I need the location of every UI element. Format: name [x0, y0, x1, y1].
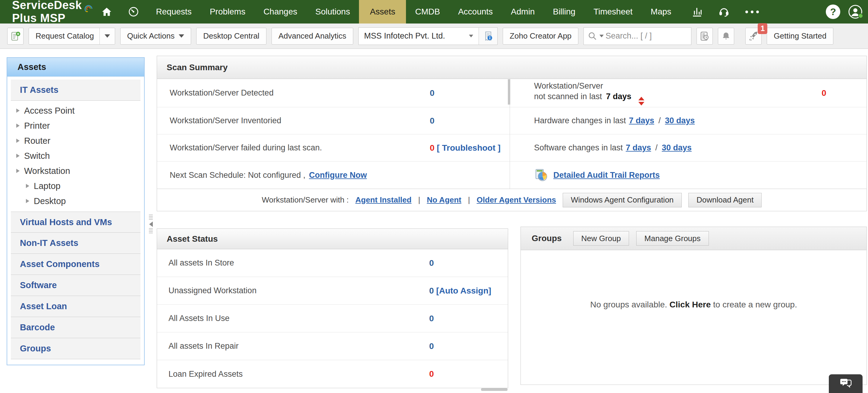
sidebar-item-software[interactable]: Software [11, 275, 141, 296]
expand-arrow-icon[interactable] [26, 199, 29, 203]
unassigned-count-link[interactable]: 0 [429, 286, 434, 295]
software-7days-link[interactable]: 7 days [626, 143, 651, 152]
zoho-creator-app-button[interactable]: Zoho Creator App [503, 28, 578, 44]
scan-summary-body: Workstation/Server Detected 0 Workstatio… [157, 79, 867, 189]
hardware-7days-link[interactable]: 7 days [629, 116, 654, 125]
expand-arrow-icon[interactable] [26, 184, 29, 188]
status-row-unassigned: Unassigned Workstation 0 [Auto Assign] [157, 277, 508, 305]
download-agent-button[interactable]: Download Agent [688, 193, 762, 207]
request-catalog-button[interactable]: Request Catalog [29, 28, 115, 44]
windows-agent-configuration-button[interactable]: Windows Agent Configuration [563, 193, 682, 207]
search-input[interactable] [606, 31, 672, 41]
agent-installed-link[interactable]: Agent Installed [355, 195, 411, 205]
detailed-audit-trail-link[interactable]: Detailed Audit Trail Reports [553, 171, 660, 180]
sidebar-item-access-point[interactable]: Access Point [11, 103, 141, 118]
sidebar-item-asset-loan[interactable]: Asset Loan [11, 296, 141, 317]
account-selector: MSS Infotech Pvt. Ltd. [358, 27, 498, 45]
not-scanned-count-link[interactable]: 0 [822, 88, 827, 98]
detected-count-link[interactable]: 0 [430, 88, 435, 98]
sidebar-item-asset-components[interactable]: Asset Components [11, 254, 141, 275]
asset-status-title: Asset Status [167, 234, 218, 244]
older-agent-versions-link[interactable]: Older Agent Versions [477, 195, 556, 205]
sidebar-item-barcode[interactable]: Barcode [11, 317, 141, 338]
scan-summary-header: Scan Summary [157, 56, 867, 79]
sidebar-item-virtual-hosts[interactable]: Virtual Hosts and VMs [11, 212, 141, 233]
nav-item-problems[interactable]: Problems [201, 0, 254, 24]
nav-item-maps[interactable]: Maps [642, 0, 680, 24]
manage-groups-button[interactable]: Manage Groups [636, 231, 709, 246]
reports-chart-icon-button[interactable] [683, 6, 710, 18]
agent-links-footer: Workstation/Server with : Agent Installe… [157, 189, 867, 211]
dashboard-gauge-icon-button[interactable] [120, 0, 147, 24]
failed-count-link[interactable]: 0 [430, 143, 435, 152]
period-stepper-icon[interactable] [638, 97, 644, 105]
sidebar-item-printer[interactable]: Printer [11, 118, 141, 133]
top-navigation: ServiceDesk Plus MSP Requests Problems C… [0, 0, 868, 24]
account-select-dropdown[interactable]: MSS Infotech Pvt. Ltd. [359, 28, 478, 44]
column-scrollbar-thumb[interactable] [508, 79, 510, 104]
nav-item-cmdb[interactable]: CMDB [406, 0, 449, 24]
help-icon: ? [830, 6, 836, 18]
new-group-button[interactable]: New Group [573, 231, 629, 246]
inventoried-count-link[interactable]: 0 [430, 116, 435, 126]
sidebar-collapse-handle[interactable] [148, 215, 153, 234]
click-here-link[interactable]: Click Here [670, 300, 711, 309]
nav-item-billing[interactable]: Billing [544, 0, 584, 24]
loan-expired-count-link[interactable]: 0 [429, 369, 434, 379]
quick-actions-button[interactable]: Quick Actions [120, 28, 191, 44]
live-chat-button[interactable] [829, 374, 863, 393]
account-info-icon [483, 30, 494, 42]
nav-item-assets[interactable]: Assets [359, 0, 406, 24]
nav-item-solutions[interactable]: Solutions [306, 0, 359, 24]
new-request-button[interactable] [7, 28, 24, 44]
home-icon-button[interactable] [93, 0, 120, 24]
in-repair-count-link[interactable]: 0 [429, 341, 434, 351]
configure-now-link[interactable]: Configure Now [309, 171, 367, 180]
auto-assign-link[interactable]: [Auto Assign] [436, 286, 491, 295]
no-agent-link[interactable]: No Agent [427, 195, 461, 205]
grip-stripes-icon [149, 228, 153, 234]
sidebar-item-laptop[interactable]: Laptop [11, 178, 141, 193]
expand-arrow-icon[interactable] [16, 109, 20, 113]
advanced-analytics-button[interactable]: Advanced Analytics [272, 28, 353, 44]
more-menu-button[interactable] [738, 10, 767, 13]
sidebar-item-it-assets[interactable]: IT Assets [11, 80, 141, 101]
expand-arrow-icon[interactable] [16, 154, 20, 158]
expand-arrow-icon[interactable] [16, 124, 20, 128]
sidebar-item-router[interactable]: Router [11, 133, 141, 148]
expand-arrow-icon[interactable] [16, 169, 20, 173]
sidebar-item-switch[interactable]: Switch [11, 148, 141, 163]
expand-arrow-icon[interactable] [16, 139, 20, 143]
scheduled-tasks-button[interactable] [696, 28, 713, 44]
nav-item-accounts[interactable]: Accounts [449, 0, 502, 24]
row-label: All assets In Store [168, 258, 234, 268]
not-scanned-label: Workstation/Server not scanned in last 7… [534, 81, 644, 105]
scan-summary-right-column: Workstation/Server not scanned in last 7… [510, 79, 867, 189]
hardware-30days-link[interactable]: 30 days [665, 116, 695, 125]
in-use-count-link[interactable]: 0 [429, 314, 434, 323]
whats-new-button[interactable]: 1 [745, 28, 762, 44]
announcements-button[interactable] [718, 28, 734, 44]
sidebar-item-desktop[interactable]: Desktop [11, 193, 141, 209]
search-scope-caret[interactable] [599, 35, 604, 37]
nav-item-changes[interactable]: Changes [254, 0, 306, 24]
user-avatar-button[interactable] [848, 4, 863, 19]
sidebar-item-workstation[interactable]: Workstation [11, 163, 141, 178]
brand-logo[interactable]: ServiceDesk Plus MSP [0, 0, 93, 24]
getting-started-button[interactable]: Getting Started [767, 28, 833, 44]
scan-row-failed: Workstation/Server failed during last sc… [157, 134, 510, 161]
help-button[interactable]: ? [826, 4, 840, 19]
sidebar-item-non-it-assets[interactable]: Non-IT Assets [11, 233, 141, 254]
account-details-button[interactable] [478, 28, 497, 44]
request-catalog-caret[interactable] [99, 28, 115, 44]
horizontal-scrollbar-thumb[interactable] [481, 388, 507, 391]
nav-item-requests[interactable]: Requests [147, 0, 201, 24]
software-30days-link[interactable]: 30 days [662, 143, 692, 152]
headset-icon-button[interactable] [710, 6, 738, 18]
nav-item-timesheet[interactable]: Timesheet [584, 0, 642, 24]
desktop-central-button[interactable]: Desktop Central [196, 28, 266, 44]
in-store-count-link[interactable]: 0 [429, 258, 434, 268]
nav-item-admin[interactable]: Admin [502, 0, 544, 24]
sidebar-item-groups[interactable]: Groups [11, 338, 141, 359]
troubleshoot-link[interactable]: [ Troubleshoot ] [437, 143, 501, 152]
